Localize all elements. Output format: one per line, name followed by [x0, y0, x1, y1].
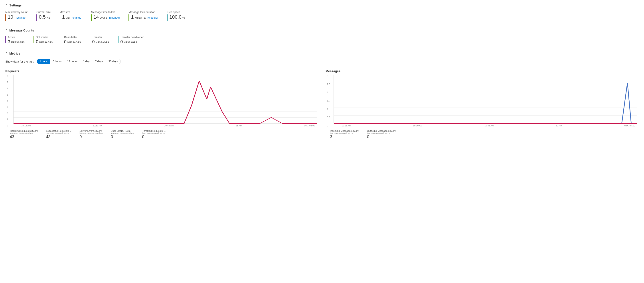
- count-unit-3: MESSAGES: [96, 41, 109, 44]
- setting-item-2: Max size 1 GB (change): [60, 11, 82, 21]
- time-filter-btn-4[interactable]: 7 days: [92, 59, 106, 64]
- requests-legend-color-0: [5, 131, 9, 131]
- messages-legend-text-1: Outgoing Messages (Sum): [367, 130, 396, 132]
- requests-legend-item-4: Throttled Requests. ... learn-azure-serv…: [138, 130, 166, 139]
- requests-chart-area: [13, 75, 317, 124]
- metrics-header[interactable]: ⌃ Metrics: [5, 52, 639, 55]
- requests-legend-text-1: Successful Requests ...: [46, 130, 72, 132]
- setting-change-4[interactable]: (change): [148, 16, 158, 19]
- setting-text-3: 14 DAYS (change): [94, 14, 120, 21]
- time-filter-group: 1 hour6 hours12 hours1 day7 days30 days: [36, 59, 121, 64]
- count-value-3: 0 MESSAGES: [92, 39, 109, 44]
- count-color-bar-0: [5, 36, 6, 43]
- setting-item-5: Free space 100.0 %: [167, 11, 185, 21]
- count-color-bar-3: [90, 36, 90, 43]
- setting-label-1: Current size: [36, 11, 51, 14]
- requests-legend-color-4: [138, 131, 141, 131]
- requests-legend-value-4: 0: [142, 135, 166, 139]
- setting-color-bar-4: [128, 14, 129, 21]
- settings-header[interactable]: ⌃ Settings: [5, 3, 639, 7]
- time-filter-label: Show data for the last:: [5, 60, 34, 63]
- messages-y-label-6: 3: [327, 75, 330, 77]
- setting-num-2: 1: [62, 14, 65, 20]
- setting-label-5: Free space: [167, 11, 185, 14]
- setting-text-4: 1 MINUTE (change): [131, 14, 158, 21]
- time-filter-btn-5[interactable]: 30 days: [106, 59, 120, 64]
- messages-x-label-0: 10:15 AM: [342, 124, 351, 127]
- requests-legend: Incoming Requests (Sum) learn-azure-serv…: [5, 130, 318, 139]
- count-label-2: Dead-letter: [64, 36, 81, 39]
- count-unit-2: MESSAGES: [68, 41, 81, 44]
- setting-change-0[interactable]: (change): [16, 16, 26, 19]
- time-filter-btn-2[interactable]: 12 hours: [64, 59, 80, 64]
- messages-legend-item-0: Incoming Messages (Sum) learn-azure-serv…: [326, 130, 359, 139]
- requests-chart-wrapper: 012345678: [13, 75, 317, 127]
- requests-legend-label-4: Throttled Requests. ...: [138, 130, 166, 132]
- metrics-title: Metrics: [9, 52, 20, 55]
- count-text-4: Transfer dead-letter 0 MESSAGES: [120, 36, 144, 44]
- setting-inner-0: 10 (change): [5, 14, 28, 21]
- messages-x-labels: 10:15 AM10:30 AM10:45 AM11 AMUTC-04:00: [342, 124, 635, 127]
- requests-legend-subtitle-1: learn-azure-service-bus: [46, 132, 72, 135]
- setting-label-2: Max size: [60, 11, 82, 14]
- messages-x-label-2: 10:45 AM: [484, 124, 494, 127]
- setting-color-bar-0: [5, 14, 6, 21]
- requests-legend-text-2: Server Errors. (Sum): [80, 130, 102, 132]
- requests-x-labels: 10:15 AM10:30 AM10:45 AM11 AMUTC-04:00: [21, 124, 315, 127]
- setting-num-4: 1: [131, 14, 134, 20]
- setting-text-2: 1 GB (change): [62, 14, 82, 21]
- messages-legend-subtitle-1: learn-azure-service-bus: [367, 132, 396, 135]
- settings-chevron-icon: ⌃: [5, 4, 8, 7]
- count-num-0: 3: [8, 39, 10, 44]
- messages-chart-svg: [334, 75, 637, 124]
- count-text-0: Active 3 MESSAGES: [8, 36, 25, 44]
- count-text-2: Dead-letter 0 MESSAGES: [64, 36, 81, 44]
- setting-label-0: Max delivery count: [5, 11, 28, 14]
- setting-label-4: Message lock duration: [128, 11, 158, 14]
- setting-unit-3: DAYS: [100, 16, 108, 19]
- count-value-4: 0 MESSAGES: [120, 39, 144, 44]
- charts-row: Requests 012345678: [5, 69, 639, 139]
- setting-item-0: Max delivery count 10 (change): [5, 11, 28, 21]
- message-counts-header[interactable]: ⌃ Message Counts: [5, 29, 639, 32]
- count-label-0: Active: [8, 36, 25, 39]
- count-num-1: 0: [36, 39, 38, 44]
- setting-item-4: Message lock duration 1 MINUTE (change): [128, 11, 158, 21]
- time-filter-btn-0[interactable]: 1 hour: [37, 59, 50, 64]
- requests-legend-label-2: Server Errors. (Sum): [75, 130, 103, 132]
- setting-text-5: 100.0 %: [169, 14, 185, 21]
- messages-y-label-4: 2: [327, 91, 330, 94]
- setting-item-1: Current size 0.5 KB: [36, 11, 51, 21]
- count-item-1: Scheduled 0 MESSAGES: [34, 36, 53, 44]
- time-filter-btn-1[interactable]: 6 hours: [50, 59, 64, 64]
- requests-chart-svg: [14, 75, 317, 124]
- setting-value-1: 0.5 KB: [39, 14, 50, 20]
- messages-legend-label-0: Incoming Messages (Sum): [326, 130, 359, 132]
- requests-y-label-8: 8: [7, 75, 8, 77]
- messages-y-label-2: 1: [327, 108, 330, 110]
- setting-item-3: Message time to live 14 DAYS (change): [91, 11, 120, 21]
- count-num-3: 0: [92, 39, 94, 44]
- message-counts-section: ⌃ Message Counts Active 3 MESSAGES Sched…: [0, 25, 644, 48]
- requests-legend-item-2: Server Errors. (Sum) learn-azure-service…: [75, 130, 103, 139]
- messages-legend-item-1: Outgoing Messages (Sum) learn-azure-serv…: [362, 130, 396, 139]
- requests-legend-color-1: [42, 131, 45, 131]
- settings-row: Max delivery count 10 (change) Current s…: [5, 11, 639, 21]
- metrics-section: ⌃ Metrics Show data for the last: 1 hour…: [0, 48, 644, 143]
- setting-inner-5: 100.0 %: [167, 14, 185, 21]
- setting-change-3[interactable]: (change): [109, 16, 120, 19]
- messages-x-label-4: UTC-04:00: [624, 124, 635, 127]
- count-color-bar-4: [118, 36, 118, 43]
- metrics-chevron-icon: ⌃: [5, 52, 8, 55]
- messages-legend-text-0: Incoming Messages (Sum): [330, 130, 359, 132]
- messages-y-label-1: 0.5: [327, 116, 330, 119]
- requests-y-label-6: 6: [7, 87, 8, 90]
- requests-legend-subtitle-3: learn-azure-service-bus: [111, 132, 134, 135]
- messages-chart-title: Messages: [326, 69, 639, 73]
- time-filter-btn-3[interactable]: 1 day: [80, 59, 92, 64]
- setting-unit-4: MINUTE: [135, 16, 146, 19]
- requests-chart-container: Requests 012345678: [5, 69, 318, 139]
- setting-change-2[interactable]: (change): [72, 16, 82, 19]
- messages-y-label-3: 1.5: [327, 100, 330, 102]
- setting-inner-2: 1 GB (change): [60, 14, 82, 21]
